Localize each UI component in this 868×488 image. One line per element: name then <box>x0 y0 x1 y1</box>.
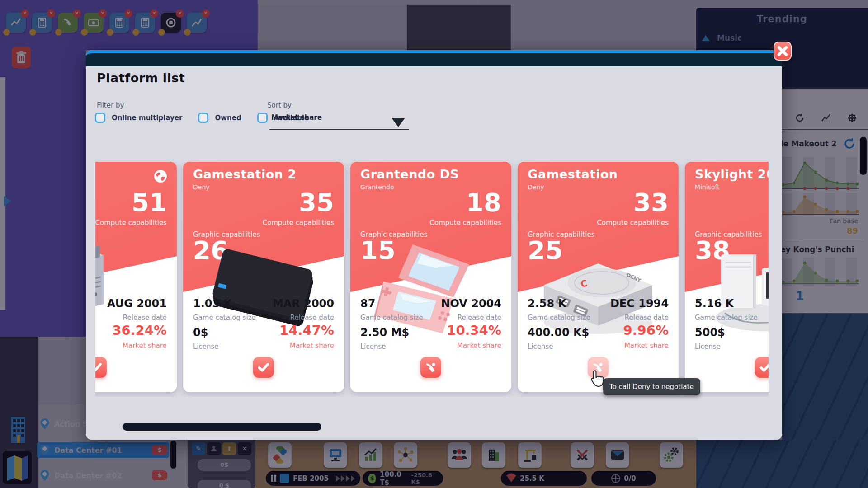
platform-card[interactable]: 51 Compute capabilities GS2 <box>95 162 177 392</box>
check-icon <box>257 361 270 374</box>
chevron-down-icon[interactable] <box>392 118 405 127</box>
building-icon <box>5 415 31 445</box>
competition-menu-button[interactable] <box>571 442 594 468</box>
toolbar-chart-button[interactable]: ✕ <box>6 13 26 33</box>
fast-forward-icon[interactable] <box>336 475 355 482</box>
card-action-button[interactable] <box>253 357 274 378</box>
toolbar-cash-button[interactable]: ✕ <box>84 13 104 33</box>
dev-menu-button[interactable] <box>324 442 347 468</box>
card-action-button[interactable] <box>420 357 441 378</box>
toolbar-calc-button-1[interactable]: ✕ <box>32 13 52 33</box>
catalog-label: Game catalog size <box>528 314 590 322</box>
sidebar-item-label: Data Center #02 <box>54 471 122 480</box>
platform-cards-viewport: 51 Compute capabilities GS2 <box>95 162 769 397</box>
alert-badge-icon <box>29 29 36 36</box>
online-ratio: 0/0 <box>624 474 636 483</box>
sidebar-item[interactable]: Data Center #02 $ <box>37 467 169 483</box>
construction-menu-button[interactable] <box>518 442 542 468</box>
platform-card[interactable]: Gamestation 2 Deny 35 Compute capabiliti… <box>183 162 344 392</box>
market-share-value: 36.24% <box>112 323 167 338</box>
release-label: Release date <box>625 314 669 322</box>
market-share-label: Market share <box>290 342 334 350</box>
hidden-panel-edge <box>0 77 5 310</box>
platform-card[interactable]: Skylight 2000 Minisoft Graphic capabilit… <box>685 162 769 392</box>
trash-button[interactable] <box>12 47 31 68</box>
trending-item-music[interactable]: Music <box>702 33 742 42</box>
studios-nav-button[interactable] <box>5 415 31 446</box>
stats-icon[interactable] <box>821 113 831 123</box>
network-menu-button[interactable] <box>394 442 417 468</box>
close-badge-icon[interactable]: ✕ <box>47 9 55 18</box>
cards-scrollbar[interactable] <box>123 423 321 431</box>
buildings-menu-button[interactable] <box>482 442 505 468</box>
compute-label: Compute capabilities <box>597 219 669 227</box>
time-control-pill[interactable]: FEB 2005 <box>266 471 360 486</box>
platform-card[interactable]: Grantendo DS Grantendo 18 Compute capabi… <box>350 162 511 392</box>
settings-icon[interactable] <box>847 113 857 123</box>
alert-badge-icon <box>3 29 10 36</box>
staff-button[interactable] <box>207 442 221 455</box>
toolbar-phone-button[interactable]: ✕ <box>58 13 78 33</box>
license-label: License <box>193 343 219 351</box>
close-badge-icon[interactable]: ✕ <box>99 9 107 18</box>
release-label: Release date <box>458 314 501 322</box>
toolbar-calc-button-2[interactable]: ✕ <box>109 13 129 33</box>
calculator-icon <box>139 17 151 28</box>
modal-header[interactable] <box>86 50 782 66</box>
expand-arrow-icon[interactable] <box>4 196 11 206</box>
toolbar-chart-button-2[interactable]: ✕ <box>187 13 207 33</box>
checkbox-box[interactable] <box>198 113 208 123</box>
line-chart-icon <box>190 16 203 29</box>
mail-menu-button[interactable] <box>606 442 629 468</box>
checkbox-box[interactable] <box>95 113 105 123</box>
trash-icon <box>15 51 27 64</box>
sales-chart-green <box>781 157 859 191</box>
demolish-button[interactable]: ✕ <box>238 442 251 455</box>
refresh-icon[interactable] <box>795 113 805 123</box>
compute-label: Compute capabilities <box>263 219 334 227</box>
close-badge-icon[interactable]: ✕ <box>124 9 132 18</box>
pause-icon[interactable] <box>271 475 276 482</box>
hand-cursor <box>590 370 605 389</box>
close-badge-icon[interactable]: ✕ <box>73 9 81 18</box>
upgrade-button[interactable]: ⬆ <box>222 442 236 455</box>
side-panel-toolbar[interactable] <box>795 113 857 123</box>
sidebar-scrollbar[interactable] <box>170 441 176 469</box>
map-pin-icon <box>40 444 50 456</box>
close-badge-icon[interactable]: ✕ <box>150 9 158 18</box>
filter-checkbox[interactable]: Owned <box>198 113 241 123</box>
card-action-button[interactable] <box>95 357 107 378</box>
close-badge-icon[interactable]: ✕ <box>202 9 210 18</box>
toolbar-camera-button[interactable]: ✕ <box>161 13 181 33</box>
stats-menu-button[interactable] <box>359 442 382 468</box>
sidebar-item[interactable]: Data Center #01 $ <box>37 442 169 458</box>
refresh-game-button[interactable] <box>843 137 856 152</box>
office-icon <box>486 447 502 463</box>
filter-checkbox[interactable]: Online multiplayer <box>95 113 182 123</box>
close-button[interactable] <box>774 42 792 61</box>
catalog-label: Game catalog size <box>695 314 758 322</box>
platform-name: Gamestation <box>528 167 618 181</box>
staff-menu-button[interactable] <box>448 442 471 468</box>
sort-select[interactable]: Market share <box>271 113 322 122</box>
platform-card[interactable]: Gamestation Deny 33 Compute capabilities… <box>518 162 679 392</box>
phone-icon <box>424 361 438 374</box>
close-badge-icon[interactable]: ✕ <box>21 9 29 18</box>
toolbar-calc-button-3[interactable]: ✕ <box>135 13 155 33</box>
compute-label: Compute capabilities <box>430 219 501 227</box>
platform-name: Gamestation 2 <box>193 167 297 181</box>
release-value: MAR 2000 <box>273 297 334 310</box>
catalog-value: 87 <box>360 297 375 310</box>
side-panel-scrollbar[interactable] <box>860 137 867 175</box>
cost-badge: $ <box>152 470 167 480</box>
speed-indicator[interactable] <box>280 474 289 483</box>
card-action-button[interactable] <box>755 357 769 378</box>
settings-menu-button[interactable] <box>660 442 683 468</box>
close-badge-icon[interactable]: ✕ <box>176 9 184 18</box>
map-nav-button[interactable] <box>3 451 32 484</box>
release-value: NOV 2004 <box>441 297 501 310</box>
games-menu-button[interactable] <box>268 442 292 468</box>
checkbox-box[interactable] <box>257 113 268 123</box>
edit-button[interactable]: ✎ <box>192 442 205 455</box>
catalog-label: Game catalog size <box>193 314 256 322</box>
